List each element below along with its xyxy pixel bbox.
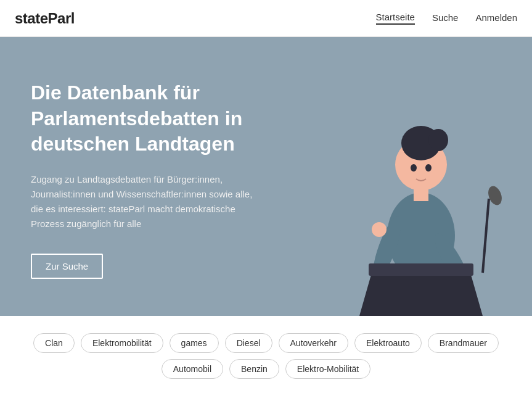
tag-elektro-mobilitaet[interactable]: Elektro-Mobilität bbox=[285, 359, 370, 379]
tag-benzin[interactable]: Benzin bbox=[229, 359, 279, 379]
main-nav: Startseite Suche Anmelden bbox=[376, 12, 517, 25]
tags-row-1: Clan Elektromobilität games Diesel Autov… bbox=[12, 333, 520, 353]
svg-point-3 bbox=[428, 129, 448, 151]
tag-clan[interactable]: Clan bbox=[33, 333, 75, 353]
tag-elektroauto[interactable]: Elektroauto bbox=[354, 333, 422, 353]
tags-row-2: Automobil Benzin Elektro-Mobilität bbox=[12, 359, 520, 379]
hero-content: Die Datenbank für Parlamentsdebatten in … bbox=[0, 37, 284, 316]
svg-marker-8 bbox=[359, 273, 483, 316]
nav-suche[interactable]: Suche bbox=[432, 12, 459, 24]
svg-point-13 bbox=[425, 164, 432, 172]
hero-description: Zugang zu Landtagsdebatten für Bürger:in… bbox=[31, 172, 259, 231]
tag-games[interactable]: games bbox=[170, 333, 219, 353]
svg-line-10 bbox=[483, 199, 489, 273]
tags-section: Clan Elektromobilität games Diesel Autov… bbox=[0, 316, 532, 397]
tag-elektromobilitaet[interactable]: Elektromobilität bbox=[81, 333, 163, 353]
svg-point-7 bbox=[372, 222, 387, 237]
site-logo: stateParl bbox=[15, 10, 75, 27]
svg-rect-4 bbox=[414, 188, 428, 201]
svg-point-12 bbox=[411, 164, 417, 172]
svg-rect-9 bbox=[369, 263, 473, 276]
hero-illustration bbox=[273, 44, 532, 316]
tag-diesel[interactable]: Diesel bbox=[225, 333, 272, 353]
nav-anmelden[interactable]: Anmelden bbox=[475, 12, 517, 24]
nav-startseite[interactable]: Startseite bbox=[376, 12, 415, 25]
tag-brandmauer[interactable]: Brandmauer bbox=[428, 333, 499, 353]
hero-cta-button[interactable]: Zur Suche bbox=[31, 254, 103, 279]
tag-automobil[interactable]: Automobil bbox=[162, 359, 223, 379]
hero-title: Die Datenbank für Parlamentsdebatten in … bbox=[31, 80, 259, 157]
site-header: stateParl Startseite Suche Anmelden bbox=[0, 0, 532, 37]
tag-autoverkehr[interactable]: Autoverkehr bbox=[279, 333, 348, 353]
hero-section: Die Datenbank für Parlamentsdebatten in … bbox=[0, 37, 532, 316]
